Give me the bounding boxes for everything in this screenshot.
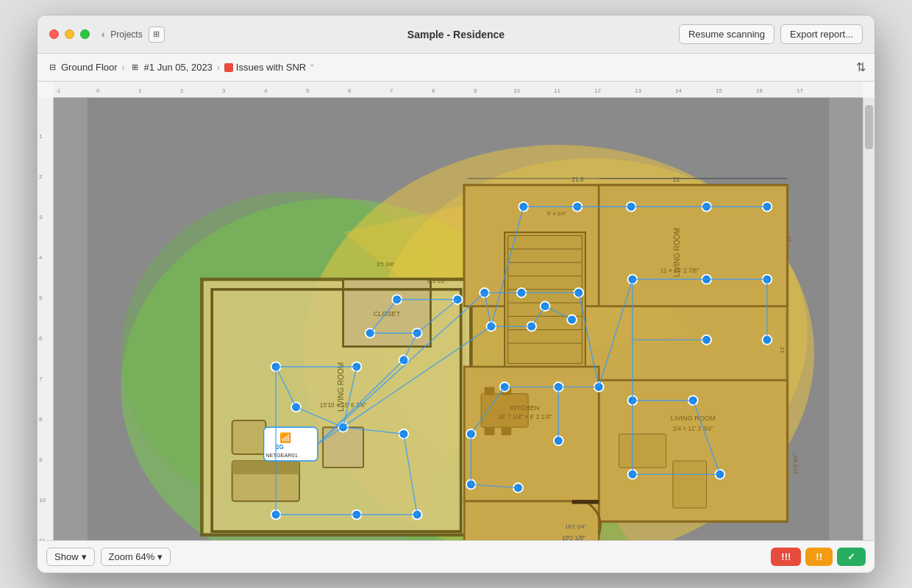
svg-text:3: 3 — [222, 87, 226, 94]
breadcrumb-floor[interactable]: ⊟ Ground Floor — [46, 62, 118, 74]
svg-text:0: 0 — [96, 87, 100, 94]
svg-text:15: 15 — [716, 87, 722, 94]
svg-text:8' 2 1/2": 8' 2 1/2" — [427, 278, 447, 284]
svg-rect-82 — [464, 501, 599, 540]
svg-text:5: 5 — [39, 295, 43, 301]
filter-settings-icon[interactable]: ⇅ — [856, 60, 866, 74]
status-critical-button[interactable]: !!! — [771, 548, 801, 566]
floor-plan-icon: ⊟ — [46, 62, 58, 74]
svg-text:KITCHEN: KITCHEN — [510, 404, 540, 412]
zoom-dropdown[interactable]: Zoom 64% ▾ — [101, 548, 171, 566]
status-warning-button[interactable]: !! — [805, 548, 833, 566]
svg-rect-77 — [232, 461, 299, 474]
svg-text:8: 8 — [432, 87, 435, 94]
back-chevron-icon[interactable]: ‹ — [101, 29, 104, 40]
svg-text:21.6: 21.6 — [572, 176, 584, 183]
svg-rect-70 — [502, 427, 512, 435]
svg-text:7: 7 — [390, 87, 393, 94]
svg-text:16: 16 — [756, 87, 763, 94]
titlebar-nav: ‹ Projects ⊞ — [101, 26, 165, 43]
svg-text:2: 2 — [180, 87, 184, 94]
projects-button[interactable]: Projects — [110, 29, 142, 40]
svg-text:16'2 1/4": 16'2 1/4" — [565, 523, 586, 530]
minimize-button[interactable] — [65, 29, 74, 39]
scrollbar-thumb[interactable] — [865, 105, 873, 149]
ruler-left: 1 2 3 4 5 6 7 8 9 10 11 12 — [38, 98, 54, 540]
breadcrumb-filter[interactable]: Issues with SNR ⌃ — [224, 62, 315, 73]
svg-text:11': 11' — [673, 176, 681, 183]
window-title: Sample - Residence — [407, 29, 505, 40]
svg-text:📶: 📶 — [279, 432, 291, 444]
svg-text:9' 4 3/4": 9' 4 3/4" — [547, 210, 567, 217]
show-dropdown[interactable]: Show ▾ — [46, 548, 95, 566]
svg-rect-186 — [572, 500, 599, 503]
svg-text:2G: 2G — [276, 444, 284, 451]
status-buttons: !!! !! ✓ — [771, 548, 866, 566]
svg-rect-69 — [485, 427, 495, 435]
breadcrumb-sep-2: › — [217, 62, 220, 73]
maximize-button[interactable] — [80, 29, 90, 39]
svg-text:6: 6 — [39, 335, 43, 342]
svg-text:13': 13' — [779, 346, 785, 354]
svg-text:11: 11 — [554, 87, 560, 94]
svg-rect-0 — [54, 82, 863, 98]
svg-text:9: 9 — [39, 456, 43, 463]
view-toggle-icon[interactable]: ⊞ — [149, 26, 165, 43]
export-report-button[interactable]: Export report... — [780, 24, 863, 44]
svg-text:5: 5 — [306, 87, 310, 94]
svg-text:9: 9 — [474, 87, 477, 94]
window-controls — [49, 29, 90, 39]
svg-text:1: 1 — [138, 87, 142, 94]
show-chevron-icon: ▾ — [82, 551, 87, 562]
bottom-left-controls: Show ▾ Zoom 64% ▾ — [46, 548, 171, 566]
svg-rect-78 — [232, 420, 266, 454]
status-ok-button[interactable]: ✓ — [837, 548, 866, 566]
svg-text:12: 12 — [594, 87, 601, 94]
svg-text:11: 11 — [39, 537, 46, 540]
svg-text:4: 4 — [39, 254, 43, 261]
filter-badge — [224, 63, 233, 72]
map-container[interactable]: LIVING ROOM 11 × 14' 2 7/8" LIVING ROOM … — [54, 98, 863, 540]
bottom-bar: Show ▾ Zoom 64% ▾ !!! !! ✓ — [38, 540, 874, 573]
svg-text:7: 7 — [39, 376, 43, 382]
scrollbar-right[interactable] — [863, 98, 874, 540]
svg-text:13: 13 — [635, 87, 641, 94]
svg-text:4: 4 — [264, 87, 268, 94]
svg-text:11'5 3/4": 11'5 3/4" — [792, 453, 799, 475]
svg-text:10: 10 — [39, 497, 46, 503]
svg-text:1/4 × 11' 2 3/4": 1/4 × 11' 2 3/4" — [673, 426, 713, 432]
svg-text:15': 15' — [785, 235, 792, 243]
titlebar-actions: Resume scanning Export report... — [679, 24, 863, 44]
resume-scanning-button[interactable]: Resume scanning — [679, 24, 774, 44]
breadcrumb-bar: ⊟ Ground Floor › ⊞ #1 Jun 05, 2023 › Iss… — [38, 54, 874, 82]
svg-rect-61 — [619, 434, 666, 467]
svg-text:LIVING ROOM: LIVING ROOM — [671, 415, 716, 422]
svg-rect-67 — [485, 387, 495, 395]
ruler-top: -1 0 1 2 3 4 5 6 7 8 9 10 11 12 13 14 15… — [54, 82, 863, 98]
svg-text:10: 10 — [513, 87, 520, 94]
svg-text:-1: -1 — [55, 87, 61, 94]
breadcrumb-scan[interactable]: ⊞ #1 Jun 05, 2023 — [129, 62, 213, 74]
svg-point-115 — [567, 315, 577, 325]
svg-text:16' 7 1/4" × 6' 2 1/4": 16' 7 1/4" × 6' 2 1/4" — [498, 414, 552, 420]
svg-text:NETGEAR01: NETGEAR01 — [266, 452, 297, 459]
svg-text:8: 8 — [39, 416, 43, 423]
svg-text:14: 14 — [675, 87, 682, 94]
svg-text:3'5 3/8": 3'5 3/8" — [377, 261, 395, 268]
content-area: -1 0 1 2 3 4 5 6 7 8 9 10 11 12 13 14 15… — [38, 82, 874, 540]
filter-chevron-icon: ⌃ — [309, 63, 315, 71]
svg-text:17: 17 — [797, 87, 803, 94]
main-window: ‹ Projects ⊞ Sample - Residence Resume s… — [37, 15, 875, 573]
svg-text:1: 1 — [39, 133, 43, 140]
zoom-chevron-icon: ▾ — [157, 551, 163, 562]
scan-icon: ⊞ — [129, 62, 141, 74]
breadcrumb-sep-1: › — [122, 62, 125, 73]
svg-text:11 × 14' 2 7/8": 11 × 14' 2 7/8" — [660, 268, 699, 274]
svg-rect-47 — [505, 232, 585, 367]
svg-rect-62 — [673, 461, 707, 508]
svg-text:6: 6 — [348, 87, 352, 94]
svg-text:2: 2 — [39, 173, 43, 180]
svg-text:10'2 1/8": 10'2 1/8" — [562, 535, 585, 540]
close-button[interactable] — [49, 29, 59, 39]
svg-rect-20 — [38, 98, 54, 540]
